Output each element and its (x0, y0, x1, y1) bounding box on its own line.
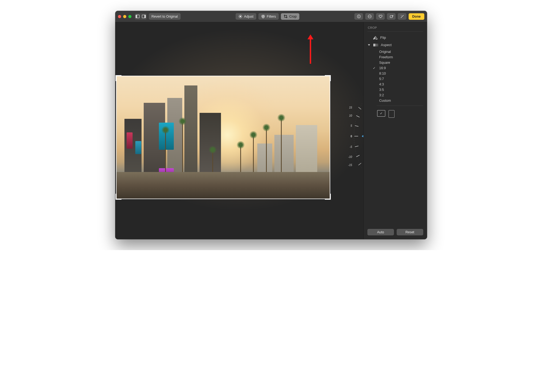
svg-rect-1 (136, 15, 137, 18)
svg-marker-26 (307, 34, 313, 39)
filters-label: Filters (267, 15, 276, 18)
svg-line-33 (358, 163, 361, 165)
rotate-button[interactable] (387, 13, 396, 20)
revert-label: Revert to Original (152, 15, 178, 18)
sidebar-title: CROP (364, 25, 427, 31)
svg-line-9 (239, 15, 239, 15)
dial-tick: 15 (349, 106, 352, 109)
svg-line-30 (356, 116, 360, 117)
minimize-window-button[interactable] (123, 15, 126, 18)
dial-tick: -5 (350, 145, 352, 148)
crop-tab[interactable]: Crop (281, 13, 299, 20)
aspect-option[interactable]: ✓16:9 (364, 65, 427, 71)
zoom-window-button[interactable] (128, 15, 132, 18)
aspect-option[interactable]: Original (364, 49, 427, 55)
aspect-row[interactable]: Aspect (364, 41, 427, 49)
divider (367, 31, 423, 32)
more-button[interactable] (365, 13, 374, 20)
aspect-option-list: OriginalFreeformSquare✓16:98:105:74:33:5… (364, 49, 427, 106)
photos-edit-window: Revert to Original Adjust (115, 11, 427, 239)
aspect-option-label: 4:3 (379, 82, 384, 86)
aspect-option-label: 3:2 (379, 93, 384, 97)
sidebar-footer: Auto Reset (364, 226, 427, 239)
flip-label: Flip (380, 36, 386, 40)
svg-line-11 (239, 17, 239, 18)
orientation-portrait[interactable] (389, 110, 395, 118)
svg-point-24 (401, 15, 402, 16)
auto-label: Auto (377, 230, 384, 234)
svg-line-32 (358, 107, 361, 109)
photo-preview (116, 76, 330, 199)
crop-sidebar: CROP Flip Aspect OriginalFreeformSquare✓… (363, 22, 427, 239)
aspect-icon (373, 43, 378, 47)
svg-rect-18 (359, 16, 359, 18)
aspect-option-label: 16:9 (379, 66, 386, 70)
svg-point-21 (369, 16, 370, 17)
svg-point-22 (370, 16, 371, 17)
aspect-option[interactable]: Square (364, 60, 427, 65)
done-label: Done (412, 15, 421, 18)
revert-button[interactable]: Revert to Original (149, 13, 181, 20)
crop-icon (284, 14, 288, 18)
svg-rect-23 (390, 16, 392, 18)
dial-tick: -15 (348, 164, 352, 167)
sidebar-toggle-segment[interactable] (135, 13, 147, 20)
annotation-arrow (306, 34, 315, 64)
sidebar-collapse-icon (135, 13, 141, 20)
svg-line-29 (355, 146, 358, 147)
flip-row[interactable]: Flip (364, 34, 427, 41)
aspect-option-label: Square (379, 61, 390, 65)
check-icon: ✓ (380, 111, 383, 115)
svg-rect-36 (377, 44, 378, 46)
adjust-icon (238, 14, 242, 18)
aspect-option[interactable]: 3:2 (364, 93, 427, 98)
window-controls (118, 15, 132, 18)
dial-tick: -10 (348, 155, 352, 158)
info-button[interactable] (354, 13, 363, 20)
svg-point-17 (358, 15, 359, 16)
divider (377, 106, 423, 106)
aspect-option[interactable]: Custom (364, 98, 427, 103)
auto-button[interactable]: Auto (367, 229, 394, 235)
aspect-option[interactable]: Freeform (364, 55, 427, 60)
aspect-option[interactable]: 3:5 (364, 87, 427, 93)
check-icon: ✓ (373, 66, 377, 70)
dial-tick: 5 (351, 124, 352, 127)
sidebar-expand-icon (141, 13, 147, 20)
aspect-option-label: 8:10 (379, 72, 386, 75)
aspect-option-label: Custom (379, 99, 391, 103)
filters-icon (261, 14, 265, 18)
aspect-option[interactable]: 4:3 (364, 82, 427, 87)
svg-line-10 (241, 17, 242, 18)
dial-tick: 10 (349, 114, 352, 117)
titlebar: Revert to Original Adjust (115, 11, 427, 22)
straighten-dial[interactable]: 15 10 5 0 -5 -10 -15 (343, 98, 363, 174)
orientation-landscape[interactable]: ✓ (377, 110, 385, 117)
close-window-button[interactable] (118, 15, 121, 18)
orientation-row: ✓ (364, 108, 427, 121)
svg-rect-3 (144, 15, 146, 18)
editor-body: 15 10 5 0 -5 -10 -15 CROP Flip (115, 22, 427, 239)
favorite-button[interactable] (376, 13, 385, 20)
auto-enhance-button[interactable] (398, 13, 406, 20)
aspect-option[interactable]: 8:10 (364, 71, 427, 76)
svg-line-12 (241, 15, 242, 15)
filters-tab[interactable]: Filters (258, 13, 279, 20)
aspect-option-label: 3:5 (379, 88, 384, 92)
done-button[interactable]: Done (409, 13, 424, 20)
svg-line-28 (355, 126, 358, 126)
aspect-option[interactable]: 5:7 (364, 76, 427, 82)
svg-point-4 (240, 16, 241, 17)
canvas[interactable]: 15 10 5 0 -5 -10 -15 (115, 22, 363, 239)
svg-rect-34 (373, 44, 375, 46)
crop-frame[interactable] (116, 76, 330, 199)
reset-button[interactable]: Reset (397, 229, 423, 235)
crop-label: Crop (289, 15, 297, 18)
svg-rect-35 (375, 44, 376, 46)
flip-icon (373, 36, 378, 40)
aspect-option-label: 5:7 (379, 77, 384, 81)
aspect-option-label: Original (379, 50, 391, 54)
svg-point-20 (369, 16, 369, 17)
adjust-tab[interactable]: Adjust (236, 13, 256, 20)
aspect-option-label: Freeform (379, 55, 393, 59)
